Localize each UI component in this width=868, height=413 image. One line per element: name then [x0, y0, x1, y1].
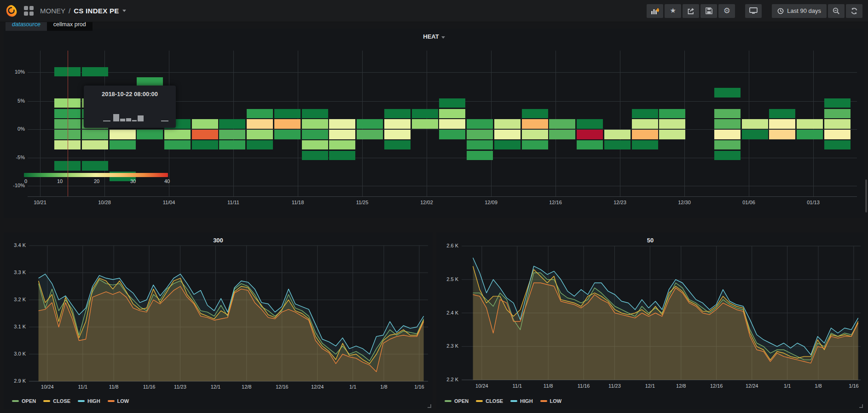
heat-cell — [247, 109, 273, 119]
heat-cell — [329, 151, 355, 161]
tooltip-bar — [120, 119, 125, 121]
panel-title-300[interactable]: 300 — [4, 237, 433, 244]
share-icon — [687, 7, 694, 15]
heat-cell — [439, 130, 465, 139]
heat-cell — [164, 130, 191, 139]
grafana-logo-icon — [5, 4, 18, 18]
heat-cell — [632, 140, 658, 150]
heat-cell — [384, 140, 411, 150]
heat-tooltip: 2018-10-22 08:00:00 — [84, 86, 176, 128]
legend-item-label: CLOSE — [486, 398, 503, 404]
heat-cell — [549, 130, 575, 139]
heat-cell — [329, 119, 355, 129]
axis-label-y: 3.0 K — [4, 351, 26, 356]
axis-label-x: 12/16 — [269, 384, 295, 390]
heat-cell — [329, 140, 355, 150]
axis-label-y: 2.4 K — [436, 310, 458, 315]
share-button[interactable] — [683, 4, 699, 18]
axis-label-x: 12/24 — [739, 383, 765, 389]
axis-label-x: 11/18 — [284, 200, 312, 205]
heat-panel: HEAT 10%5%0%-5%-10%10/2110/2811/0411/111… — [4, 29, 864, 218]
clock-icon — [777, 8, 784, 14]
scale-tick-label: 40 — [160, 178, 174, 184]
heat-title-text: HEAT — [423, 33, 439, 40]
axis-label-x: 12/30 — [671, 200, 698, 205]
legend-color-dash — [476, 400, 483, 402]
legend-item-high[interactable]: HIGH — [78, 398, 100, 404]
legend-color-dash — [108, 400, 115, 402]
heat-cell — [522, 140, 548, 150]
tooltip-bar — [161, 120, 168, 121]
refresh-button[interactable] — [846, 4, 862, 18]
heat-crosshair — [68, 51, 68, 196]
axis-label-x: 12/16 — [704, 383, 729, 389]
heat-cell — [384, 109, 411, 119]
settings-button[interactable]: ⚙ — [718, 4, 735, 18]
scale-tick-label: 10 — [53, 178, 67, 184]
heat-cell — [797, 119, 823, 129]
legend-item-close[interactable]: CLOSE — [476, 398, 503, 404]
axis-label-x: 01/13 — [799, 200, 827, 205]
axis-label-x: 10/24 — [35, 384, 60, 390]
grid-line — [620, 51, 620, 196]
heat-cell — [82, 161, 108, 171]
refresh-icon — [851, 7, 858, 15]
grafana-logo[interactable] — [4, 3, 19, 19]
legend-item-high[interactable]: HIGH — [510, 398, 533, 404]
apps-grid-button[interactable] — [24, 6, 34, 16]
legend-item-low[interactable]: LOW — [540, 398, 562, 404]
heat-cell — [467, 151, 493, 161]
apps-grid-icon — [24, 6, 34, 16]
star-button[interactable]: ★ — [665, 4, 681, 18]
axis-label-x: 11/16 — [136, 384, 162, 390]
axis-label-x: 12/24 — [305, 384, 330, 390]
cycle-view-button[interactable] — [745, 4, 762, 18]
heat-cell — [274, 109, 301, 119]
legend-item-label: OPEN — [22, 398, 36, 404]
heat-cell — [742, 130, 768, 139]
legend-color-dash — [445, 400, 451, 402]
axis-label-x: 11/1 — [70, 384, 96, 390]
legend-item-open[interactable]: OPEN — [12, 398, 36, 404]
panel-resize-handle[interactable] — [859, 404, 863, 408]
breadcrumb-dashboard[interactable]: CS INDEX PE — [74, 7, 119, 15]
heat-cell — [769, 119, 795, 129]
legend-item-low[interactable]: LOW — [108, 398, 129, 404]
time-range-label: Last 90 days — [787, 7, 821, 14]
zoom-out-button[interactable] — [828, 4, 845, 18]
caret-down-icon — [441, 36, 445, 39]
axis-label-y: 2.9 K — [4, 378, 26, 384]
heat-cell — [439, 119, 465, 129]
heat-cell — [302, 119, 328, 129]
heat-cell — [219, 119, 245, 129]
heat-cell — [824, 130, 851, 139]
legend-color-dash — [78, 400, 85, 402]
heat-cell — [714, 119, 741, 129]
axis-label-x: 11/1 — [504, 383, 530, 389]
heat-cell — [604, 130, 631, 139]
heat-cell — [769, 130, 795, 139]
heat-cell — [577, 119, 603, 129]
chart-panel-50: 50 2.6 K2.5 K2.4 K2.3 K2.2 K10/2411/111/… — [436, 232, 864, 409]
legend-item-open[interactable]: OPEN — [445, 398, 469, 404]
heat-cell — [824, 119, 851, 129]
legend-item-close[interactable]: CLOSE — [43, 398, 70, 404]
heat-cell — [494, 130, 521, 139]
add-panel-button[interactable] — [647, 4, 663, 18]
scale-tick-label: 30 — [126, 178, 140, 184]
variable-value-text: cellmax prod — [53, 21, 86, 28]
axis-label-x: 12/16 — [542, 200, 569, 205]
axis-label-x: 11/8 — [535, 383, 561, 389]
breadcrumb-folder[interactable]: MONEY — [40, 7, 65, 15]
panel-resize-handle[interactable] — [428, 404, 431, 408]
scrollbar-thumb[interactable] — [865, 179, 867, 212]
panel-title-heat[interactable]: HEAT — [4, 33, 864, 40]
axis-label-x: 12/23 — [606, 200, 634, 205]
panel-title-50[interactable]: 50 — [436, 237, 864, 244]
heat-cell — [714, 151, 741, 161]
time-range-button[interactable]: Last 90 days — [772, 4, 827, 18]
axis-label-y: 2.3 K — [436, 343, 458, 349]
axis-label-x: 12/09 — [477, 200, 505, 205]
save-button[interactable] — [700, 4, 717, 18]
heat-cell — [357, 130, 383, 139]
